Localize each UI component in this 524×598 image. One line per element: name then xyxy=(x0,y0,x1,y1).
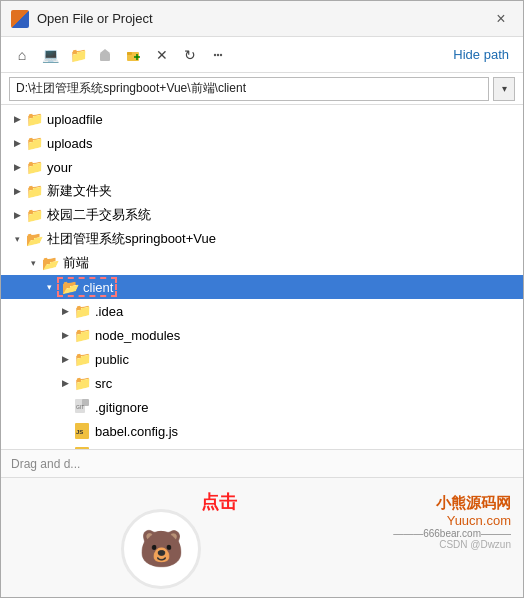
item-label: .gitignore xyxy=(95,400,148,415)
svg-rect-3 xyxy=(127,52,132,55)
computer-button[interactable]: 💻 xyxy=(37,42,63,68)
folder-icon: 📁 xyxy=(73,374,91,392)
list-item[interactable]: ▶ 📁 uploadfile xyxy=(1,107,523,131)
item-label: public xyxy=(95,352,129,367)
list-item[interactable]: ▶ GIT .gitignore xyxy=(1,395,523,419)
item-label: 新建文件夹 xyxy=(47,182,112,200)
folder-icon: 📁 xyxy=(25,158,43,176)
svg-marker-1 xyxy=(100,49,110,53)
dialog-title: Open File or Project xyxy=(37,11,489,26)
watermark-site1: 小熊源码网 xyxy=(393,494,511,513)
list-item[interactable]: ▶ 📁 node_modules xyxy=(1,323,523,347)
expand-icon: ▶ xyxy=(57,323,73,347)
folder-icon: 📁 xyxy=(25,206,43,224)
svg-point-7 xyxy=(217,53,219,55)
item-label: uploadfile xyxy=(47,112,103,127)
path-bar: ▾ xyxy=(1,73,523,105)
item-label: client xyxy=(83,280,113,295)
expand-icon: ▶ xyxy=(9,203,25,227)
expand-icon: ▶ xyxy=(9,131,25,155)
expand-icon: ▶ xyxy=(57,371,73,395)
item-label: 社团管理系统springboot+Vue xyxy=(47,230,216,248)
dialog: Open File or Project × ⌂ 💻 📁 ✕ ↻ Hide pa… xyxy=(0,0,524,598)
options-button[interactable] xyxy=(205,42,231,68)
folder-icon: 📁 xyxy=(25,134,43,152)
folder-icon: 📁 xyxy=(73,350,91,368)
list-item[interactable]: ▶ 📁 .idea xyxy=(1,299,523,323)
expand-icon: ▶ xyxy=(57,419,73,443)
svg-text:JS: JS xyxy=(76,429,83,435)
list-item[interactable]: ▶ 📁 新建文件夹 xyxy=(1,179,523,203)
expand-icon: ▶ xyxy=(9,155,25,179)
expand-icon: ▶ xyxy=(57,347,73,371)
app-icon xyxy=(11,10,29,28)
bottom-bar: Drag and d... xyxy=(1,449,523,477)
drag-text: Drag and d... xyxy=(11,457,80,471)
toolbar: ⌂ 💻 📁 ✕ ↻ Hide path xyxy=(1,37,523,73)
list-item[interactable]: ▶ JS babel.config.js xyxy=(1,419,523,443)
list-item[interactable]: ▶ 📁 public xyxy=(1,347,523,371)
new-folder-button[interactable] xyxy=(121,42,147,68)
item-label: .idea xyxy=(95,304,123,319)
hide-path-button[interactable]: Hide path xyxy=(447,45,515,64)
folder-icon: 📁 xyxy=(25,182,43,200)
folder-icon: 📁 xyxy=(73,302,91,320)
item-label: node_modules xyxy=(95,328,180,343)
delete-button[interactable]: ✕ xyxy=(149,42,175,68)
svg-point-8 xyxy=(220,53,222,55)
folder-open-icon: 📂 xyxy=(25,230,43,248)
watermark-overlay: 🐻 点击 小熊源码网 Yuucn.com ———666bear.com——— C… xyxy=(1,477,523,597)
svg-point-6 xyxy=(214,53,216,55)
refresh-button[interactable]: ↻ xyxy=(177,42,203,68)
file-tree: ▶ 📁 uploadfile ▶ 📁 uploads ▶ 📁 your ▶ 📁 … xyxy=(1,105,523,449)
watermark-site3: ———666bear.com——— xyxy=(393,528,511,539)
title-bar: Open File or Project × xyxy=(1,1,523,37)
folder-up-button[interactable] xyxy=(93,42,119,68)
js-file-icon: JS xyxy=(73,422,91,440)
list-item[interactable]: ▶ 📁 校园二手交易系统 xyxy=(1,203,523,227)
folder-icon: 📁 xyxy=(73,326,91,344)
item-label: your xyxy=(47,160,72,175)
expand-icon: ▶ xyxy=(9,107,25,131)
list-item[interactable]: ▶ 📁 your xyxy=(1,155,523,179)
list-item[interactable]: ▾ 📂 社团管理系统springboot+Vue xyxy=(1,227,523,251)
git-file-icon: GIT xyxy=(73,398,91,416)
path-input[interactable] xyxy=(9,77,489,101)
folder-open-icon: 📂 xyxy=(41,254,59,272)
list-item[interactable]: ▾ 📂 client xyxy=(1,275,523,299)
item-label: 校园二手交易系统 xyxy=(47,206,151,224)
item-label: src xyxy=(95,376,112,391)
home-button[interactable]: ⌂ xyxy=(9,42,35,68)
item-label: 前端 xyxy=(63,254,89,272)
folder-button[interactable]: 📁 xyxy=(65,42,91,68)
folder-icon: 📁 xyxy=(25,110,43,128)
expand-icon: ▶ xyxy=(9,179,25,203)
bear-logo: 🐻 xyxy=(121,509,201,589)
list-item[interactable]: ▶ 📁 src xyxy=(1,371,523,395)
expand-icon: ▶ xyxy=(57,395,73,419)
click-annotation: 点击 xyxy=(201,490,237,514)
expand-icon: ▶ xyxy=(57,299,73,323)
close-button[interactable]: × xyxy=(489,7,513,31)
svg-rect-0 xyxy=(100,53,110,61)
csdn-label: CSDN @Dwzun xyxy=(393,539,511,550)
list-item[interactable]: ▾ 📂 前端 xyxy=(1,251,523,275)
item-label: babel.config.js xyxy=(95,424,178,439)
svg-text:GIT: GIT xyxy=(76,404,84,410)
path-dropdown-button[interactable]: ▾ xyxy=(493,77,515,101)
expand-icon: ▾ xyxy=(25,251,41,275)
item-label: uploads xyxy=(47,136,93,151)
watermark-site2: Yuucn.com xyxy=(393,513,511,528)
list-item[interactable]: ▶ 📁 uploads xyxy=(1,131,523,155)
folder-open-icon: 📂 xyxy=(61,278,79,296)
expand-icon: ▾ xyxy=(9,227,25,251)
expand-icon: ▾ xyxy=(41,275,57,299)
